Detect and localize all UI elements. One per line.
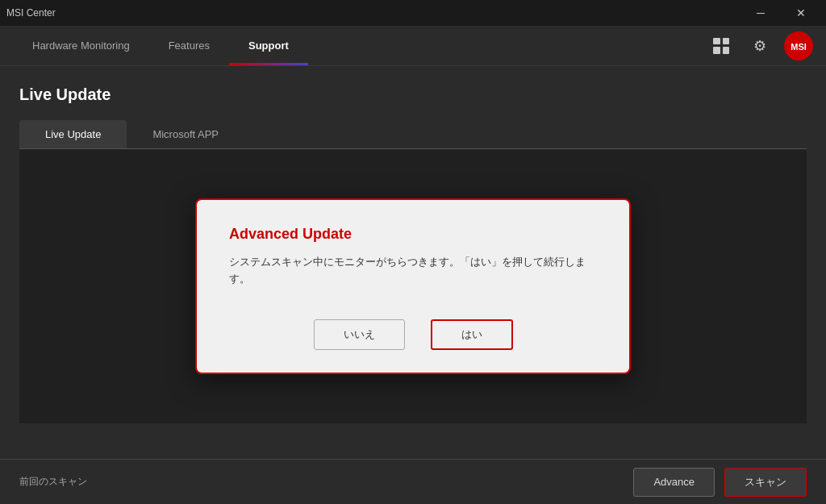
dialog: Advanced Update システムスキャン中にモニターがちらつきます。「は… [195,198,631,375]
yes-button[interactable]: はい [431,319,513,350]
page-title: Live Update [19,85,807,104]
nav-tabs: Hardware Monitoring Features Support [13,26,308,65]
nav-right-controls: ⚙ MSI [707,31,813,60]
advance-button[interactable]: Advance [633,468,715,497]
grid-icon [713,38,729,54]
close-button[interactable]: ✕ [782,0,820,26]
user-avatar[interactable]: MSI [784,31,813,60]
nav-bar: Hardware Monitoring Features Support ⚙ M… [0,26,826,66]
main-content: Live Update Live Update Microsoft APP Ad… [0,66,826,504]
settings-button[interactable]: ⚙ [745,31,774,60]
tab-features[interactable]: Features [149,26,229,65]
dialog-body: システムスキャン中にモニターがちらつきます。「はい」を押して続行します。 [229,254,597,288]
window-controls: ─ ✕ [742,0,820,26]
tab-hardware-monitoring[interactable]: Hardware Monitoring [13,26,149,65]
subtab-live-update[interactable]: Live Update [19,120,127,148]
minimize-button[interactable]: ─ [742,0,779,26]
no-button[interactable]: いいえ [314,319,405,350]
subtab-microsoft-app[interactable]: Microsoft APP [127,120,244,148]
msi-logo-icon: MSI [786,34,811,58]
dialog-buttons: いいえ はい [229,319,597,350]
content-area: Advanced Update システムスキャン中にモニターがちらつきます。「は… [19,149,807,423]
svg-text:MSI: MSI [791,42,807,52]
dialog-title: Advanced Update [229,226,597,243]
app-title: MSI Center [6,7,56,19]
tab-support[interactable]: Support [229,26,308,65]
sub-tabs: Live Update Microsoft APP [19,120,807,149]
bottom-bar: 前回のスキャン Advance スキャン [0,459,826,504]
grid-view-button[interactable] [707,31,736,60]
gear-icon: ⚙ [753,37,766,55]
scan-button[interactable]: スキャン [724,468,807,497]
last-scan-label: 前回のスキャン [19,475,87,489]
title-bar: MSI Center ─ ✕ [0,0,826,26]
dialog-overlay: Advanced Update システムスキャン中にモニターがちらつきます。「は… [19,149,807,423]
bottom-right-buttons: Advance スキャン [633,468,807,497]
